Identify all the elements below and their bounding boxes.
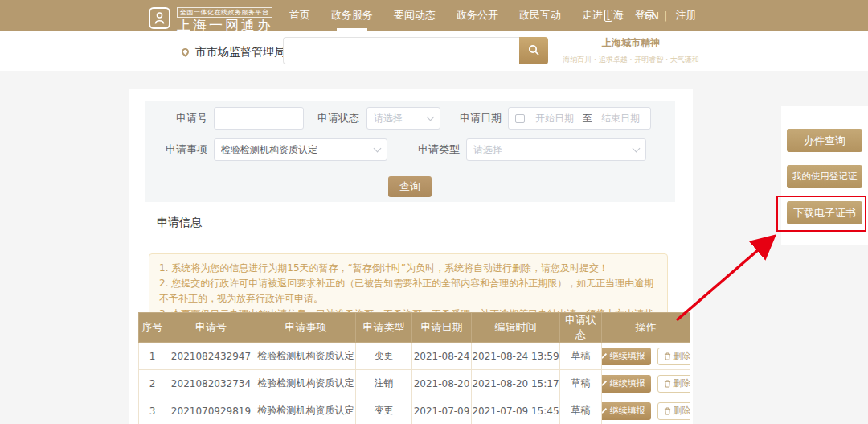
- application-status-label: 申请状态: [309, 107, 359, 130]
- continue-filling-button[interactable]: 继续填报: [602, 348, 651, 365]
- cell-seq: 1: [139, 343, 166, 370]
- application-no-input[interactable]: [214, 107, 304, 130]
- search-input[interactable]: [283, 37, 519, 64]
- table-row: 2 2021082032734 检验检测机构资质认定 注销 2021-08-20…: [139, 370, 690, 397]
- application-type-select[interactable]: 请选择: [466, 138, 646, 161]
- status-badge: 草稿: [560, 343, 602, 370]
- cell-application-no: 2021082432947: [166, 343, 256, 370]
- side-panel: 办件查询 我的使用登记证 下载电子证书: [781, 106, 868, 245]
- cell-edit-time: 2021-08-24 13:59: [472, 343, 560, 370]
- applications-table: 序号 申请号 申请事项 申请类型 申请日期 编辑时间 申请状态 操作 1 202…: [138, 312, 690, 424]
- application-item-label: 申请事项: [159, 138, 207, 161]
- city-spirit-slogan: 上海城市精神 海纳百川 · 追求卓越 · 开明睿智 · 大气谦和: [563, 36, 699, 65]
- my-registration-cert-button[interactable]: 我的使用登记证: [787, 165, 862, 188]
- cell-application-item: 检验检测机构资质认定: [256, 397, 356, 424]
- cell-application-no: 2021070929819: [166, 397, 256, 424]
- cell-seq: 3: [139, 397, 166, 424]
- slogan-subtitle: 海纳百川 · 追求卓越 · 开明睿智 · 大气谦和: [563, 55, 699, 65]
- end-date-placeholder: 结束日期: [597, 112, 644, 126]
- cell-seq: 2: [139, 370, 166, 397]
- download-ecert-button[interactable]: 下载电子证书: [787, 201, 862, 224]
- status-badge: 草稿: [560, 397, 602, 424]
- col-actions: 操作: [602, 313, 690, 343]
- chevron-down-icon: [427, 113, 435, 121]
- auth-divider: |: [664, 10, 667, 22]
- application-date-label: 申请日期: [452, 107, 502, 130]
- cell-edit-time: 2021-08-20 15:17: [472, 370, 560, 397]
- register-link[interactable]: 注册: [675, 8, 696, 23]
- col-application-type: 申请类型: [356, 313, 412, 343]
- col-application-item: 申请事项: [256, 313, 356, 343]
- col-application-no: 申请号: [166, 313, 256, 343]
- cell-application-date: 2021-07-09: [412, 397, 472, 424]
- status-badge: 草稿: [560, 370, 602, 397]
- cell-application-type: 注销: [356, 370, 412, 397]
- delete-button[interactable]: 删除: [657, 402, 690, 420]
- nav-open-government[interactable]: 政务公开: [457, 0, 498, 31]
- table-header-row: 序号 申请号 申请事项 申请类型 申请日期 编辑时间 申请状态 操作: [139, 313, 690, 343]
- top-header: 全国一体化在线政务服务平台 上海一网通办 首页 政务服务 要闻动态 政务公开 政…: [0, 0, 868, 31]
- cell-edit-time: 2021-07-09 15:45: [472, 397, 560, 424]
- delete-button[interactable]: 删除: [657, 375, 690, 393]
- continue-filling-button[interactable]: 继续填报: [602, 402, 651, 420]
- application-type-label: 申请类型: [410, 138, 460, 161]
- mobile-app-icon[interactable]: [604, 10, 612, 22]
- table-row: 3 2021070929819 检验检测机构资质认定 变更 2021-07-09…: [139, 397, 690, 424]
- cell-application-date: 2021-08-20: [412, 370, 472, 397]
- nav-home[interactable]: 首页: [289, 0, 310, 31]
- col-application-status: 申请状态: [560, 313, 602, 343]
- filter-panel: 申请号 申请状态 请选择 申请日期 开始日期 至 结束日期 申请事项 检验检测机…: [145, 101, 675, 202]
- section-title: 申请信息: [157, 216, 202, 230]
- notice-line-1: 1. 系统将为您的信息进行为期15天的暂存，“暂存倒计时”为负时，系统将自动进行…: [159, 261, 657, 276]
- delete-button[interactable]: 删除: [657, 348, 690, 365]
- application-no-label: 申请号: [159, 107, 207, 130]
- col-edit-time: 编辑时间: [472, 313, 560, 343]
- date-range-picker[interactable]: 开始日期 至 结束日期: [508, 107, 651, 130]
- table-row: 1 2021082432947 检验检测机构资质认定 变更 2021-08-24…: [139, 343, 690, 370]
- col-seq: 序号: [139, 313, 166, 343]
- cell-application-type: 变更: [356, 343, 412, 370]
- slogan-title: 上海城市精神: [563, 36, 699, 50]
- col-application-date: 申请日期: [412, 313, 472, 343]
- cell-application-item: 检验检测机构资质认定: [256, 370, 356, 397]
- location-pin-icon: [180, 47, 190, 57]
- calendar-icon: [515, 114, 525, 123]
- cell-application-no: 2021082032734: [166, 370, 256, 397]
- search-button[interactable]: [519, 37, 548, 64]
- department-name[interactable]: 市市场监督管理局: [195, 45, 285, 60]
- notice-line-2: 2. 您提交的行政许可申请被退回要求补正的（已被告知需要补正的全部内容和合理的补…: [159, 276, 657, 307]
- nav-government-services[interactable]: 政务服务: [331, 0, 373, 31]
- start-date-placeholder: 开始日期: [531, 112, 578, 126]
- site-logo[interactable]: 全国一体化在线政务服务平台 上海一网通办: [149, 2, 273, 33]
- logo-person-icon: [149, 7, 170, 29]
- chevron-down-icon: [633, 144, 641, 152]
- search-bar: [283, 37, 548, 64]
- application-item-select[interactable]: 检验检测机构资质认定: [214, 138, 387, 161]
- query-button[interactable]: 查询: [388, 176, 432, 197]
- sub-header: 市市场监督管理局 上海城市精神 海纳百川 · 追求卓越 · 开明睿智 · 大气谦…: [0, 31, 868, 71]
- case-query-button[interactable]: 办件查询: [787, 129, 862, 152]
- cell-application-type: 变更: [356, 397, 412, 424]
- nav-news[interactable]: 要闻动态: [394, 0, 436, 31]
- login-link[interactable]: 登录: [635, 8, 656, 23]
- date-separator: 至: [578, 112, 597, 126]
- cell-application-item: 检验检测机构资质认定: [256, 343, 356, 370]
- application-status-select[interactable]: 请选择: [366, 107, 440, 130]
- search-icon: [528, 44, 539, 58]
- continue-filling-button[interactable]: 继续填报: [602, 375, 651, 393]
- main-content-card: 申请号 申请状态 请选择 申请日期 开始日期 至 结束日期 申请事项 检验检测机…: [129, 89, 693, 424]
- chevron-down-icon: [374, 144, 382, 152]
- cell-application-date: 2021-08-24: [412, 343, 472, 370]
- nav-interaction[interactable]: 政民互动: [519, 0, 561, 31]
